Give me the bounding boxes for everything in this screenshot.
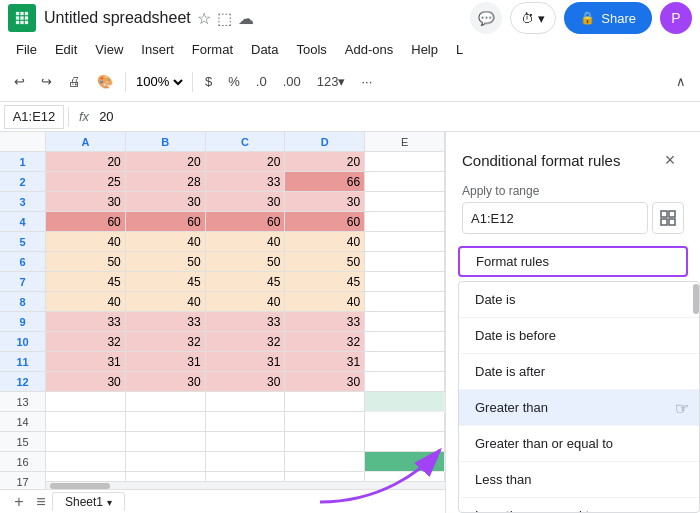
menu-data[interactable]: Data [243,40,286,59]
cell-b15[interactable] [126,432,206,452]
cell-c4[interactable]: 60 [206,212,286,232]
zoom-select[interactable]: 100% [132,69,186,95]
cell-a9[interactable]: 33 [46,312,126,332]
cell-e9[interactable] [365,312,445,332]
cell-reference-input[interactable] [4,105,64,129]
cell-c2[interactable]: 33 [206,172,286,192]
cell-a1[interactable]: 20 [46,152,126,172]
cell-e13[interactable] [365,392,445,412]
cell-e7[interactable] [365,272,445,292]
cell-b5[interactable]: 40 [126,232,206,252]
dropdown-item-date-after[interactable]: Date is after [459,354,699,390]
cell-c11[interactable]: 31 [206,352,286,372]
cell-a6[interactable]: 50 [46,252,126,272]
cell-d14[interactable] [285,412,365,432]
cell-d1[interactable]: 20 [285,152,365,172]
menu-insert[interactable]: Insert [133,40,182,59]
sheets-menu-button[interactable]: ≡ [30,491,52,513]
cell-d15[interactable] [285,432,365,452]
col-header-d[interactable]: D [285,132,365,151]
redo-button[interactable]: ↪ [35,68,58,96]
menu-view[interactable]: View [87,40,131,59]
cell-a10[interactable]: 32 [46,332,126,352]
cell-c7[interactable]: 45 [206,272,286,292]
print-button[interactable]: 🖨 [62,68,87,96]
cell-e6[interactable] [365,252,445,272]
cell-d5[interactable]: 40 [285,232,365,252]
col-header-c[interactable]: C [206,132,286,151]
cell-b14[interactable] [126,412,206,432]
star-icon[interactable]: ☆ [197,9,211,28]
cell-e8[interactable] [365,292,445,312]
dropdown-item-date-before[interactable]: Date is before [459,318,699,354]
cell-a8[interactable]: 40 [46,292,126,312]
cell-d7[interactable]: 45 [285,272,365,292]
add-sheet-button[interactable]: + [8,491,30,513]
cell-e2[interactable] [365,172,445,192]
cell-d3[interactable]: 30 [285,192,365,212]
sheet-tab-dropdown-icon[interactable]: ▾ [107,497,112,508]
cell-a16[interactable] [46,452,126,472]
col-header-a[interactable]: A [46,132,126,151]
cell-e4[interactable] [365,212,445,232]
cell-b8[interactable]: 40 [126,292,206,312]
cell-d2[interactable]: 66 [285,172,365,192]
cell-e10[interactable] [365,332,445,352]
cell-a3[interactable]: 30 [46,192,126,212]
comment-button[interactable]: 💬 [470,2,502,34]
paint-format-button[interactable]: 🎨 [91,68,119,96]
cell-e12[interactable] [365,372,445,392]
cell-a7[interactable]: 45 [46,272,126,292]
cell-a12[interactable]: 30 [46,372,126,392]
cell-d6[interactable]: 50 [285,252,365,272]
cell-c16[interactable] [206,452,286,472]
cell-a11[interactable]: 31 [46,352,126,372]
cell-c9[interactable]: 33 [206,312,286,332]
more-button[interactable]: ··· [355,68,378,96]
cf-close-button[interactable]: × [656,146,684,174]
cell-a4[interactable]: 60 [46,212,126,232]
menu-file[interactable]: File [8,40,45,59]
cell-d4[interactable]: 60 [285,212,365,232]
menu-last[interactable]: L [448,40,471,59]
cell-b1[interactable]: 20 [126,152,206,172]
menu-help[interactable]: Help [403,40,446,59]
cell-e5[interactable] [365,232,445,252]
format-number-button[interactable]: 123▾ [311,68,352,96]
cell-a13[interactable] [46,392,126,412]
cell-e16[interactable] [365,452,445,472]
cell-b7[interactable]: 45 [126,272,206,292]
cell-c14[interactable] [206,412,286,432]
cell-c12[interactable]: 30 [206,372,286,392]
menu-edit[interactable]: Edit [47,40,85,59]
cell-d13[interactable] [285,392,365,412]
cell-c1[interactable]: 20 [206,152,286,172]
range-grid-button[interactable] [652,202,684,234]
cell-d10[interactable]: 32 [285,332,365,352]
cell-c6[interactable]: 50 [206,252,286,272]
share-button[interactable]: 🔒 Share [564,2,652,34]
cell-c10[interactable]: 32 [206,332,286,352]
rules-dropdown[interactable]: Date is Date is before Date is after Gre… [458,281,700,513]
collapse-button[interactable]: ∧ [670,68,692,96]
spreadsheet-title[interactable]: Untitled spreadsheet [44,9,191,27]
cell-d12[interactable]: 30 [285,372,365,392]
cell-b11[interactable]: 31 [126,352,206,372]
cell-b6[interactable]: 50 [126,252,206,272]
cell-d11[interactable]: 31 [285,352,365,372]
formula-input[interactable] [99,105,696,129]
sheet-tab-1[interactable]: Sheet1 ▾ [52,492,125,511]
cell-b10[interactable]: 32 [126,332,206,352]
cell-c13[interactable] [206,392,286,412]
cell-e3[interactable] [365,192,445,212]
menu-addons[interactable]: Add-ons [337,40,401,59]
cell-c8[interactable]: 40 [206,292,286,312]
cell-d9[interactable]: 33 [285,312,365,332]
currency-button[interactable]: $ [199,68,218,96]
cell-b2[interactable]: 28 [126,172,206,192]
drive-icon[interactable]: ⬚ [217,9,232,28]
menu-tools[interactable]: Tools [288,40,334,59]
user-avatar[interactable]: P [660,2,692,34]
cell-c3[interactable]: 30 [206,192,286,212]
cell-a14[interactable] [46,412,126,432]
